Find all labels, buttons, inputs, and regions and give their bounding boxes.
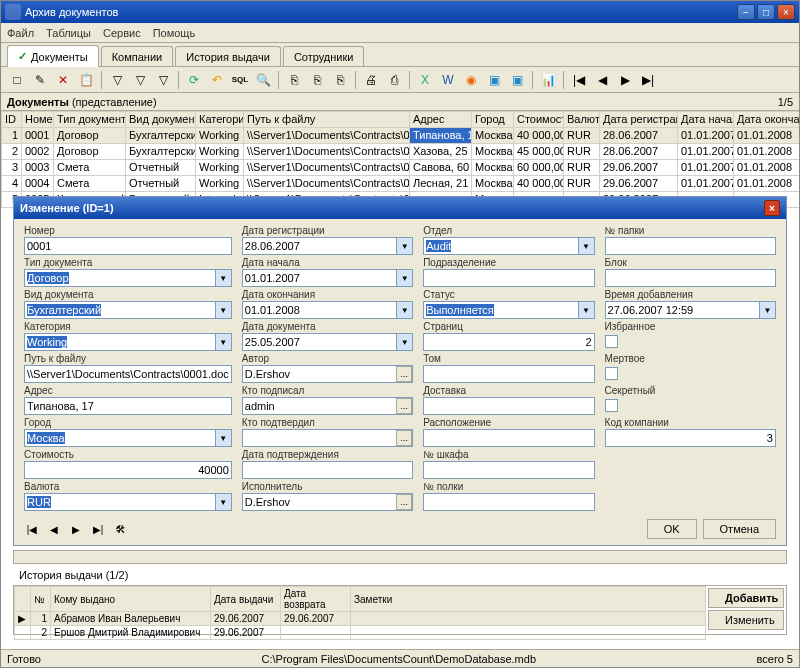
dreg-input[interactable]: 28.06.2007 [242,237,413,255]
first-icon[interactable]: |◀ [569,70,589,90]
dropdown-icon[interactable] [215,270,231,286]
html-icon[interactable]: ◉ [461,70,481,90]
cell[interactable]: RUR [564,128,600,144]
kateg-input[interactable]: Working [24,333,232,351]
filter-icon[interactable]: ▽ [107,70,127,90]
export-icon[interactable]: ▣ [484,70,504,90]
dropdown-icon[interactable] [396,238,412,254]
cell[interactable]: 40 000,00 [514,176,564,192]
cell[interactable]: 01.01.2007 [678,128,734,144]
cell[interactable]: 0003 [22,160,54,176]
cell[interactable]: 3 [2,160,22,176]
cell[interactable]: \\Server1\Documents\Contracts\0001.doc [244,128,410,144]
documents-grid[interactable]: IDНомерТип документаВид документаКатегор… [1,111,799,203]
browse-icon[interactable]: ... [396,398,412,414]
cell[interactable]: Москва [472,144,514,160]
nomer-input[interactable]: 0001 [24,237,232,255]
sub-cell[interactable]: Ершов Дмитрий Владимирович [51,626,211,640]
print-icon[interactable]: 🖨 [361,70,381,90]
cell[interactable]: RUR [564,160,600,176]
sub-cell[interactable] [351,626,706,640]
col-header[interactable]: Дата начала [678,112,734,128]
cell[interactable]: RUR [564,144,600,160]
col-header[interactable]: Дата окончания [734,112,800,128]
cell[interactable]: Working [196,160,244,176]
viddoc-input[interactable]: Бухгалтерский [24,301,232,319]
col-header[interactable]: Тип документа [54,112,126,128]
menu-help[interactable]: Помощь [153,27,196,39]
sub-col-header[interactable]: Заметки [351,587,706,612]
cell[interactable]: Отчетный [126,176,196,192]
tab-companies[interactable]: Компании [101,46,174,66]
cell[interactable]: 0004 [22,176,54,192]
dost-input[interactable] [423,397,594,415]
cell[interactable]: 2 [2,144,22,160]
dpod-input[interactable] [242,461,413,479]
sub-cell[interactable]: 2 [31,626,51,640]
sub-col-header[interactable]: № [31,587,51,612]
adres-input[interactable]: Типанова, 17 [24,397,232,415]
cell[interactable]: 28.06.2007 [600,128,678,144]
col-header[interactable]: Адрес [410,112,472,128]
cell[interactable]: \\Server1\Documents\Contracts\0002.doc [244,144,410,160]
cell[interactable]: RUR [564,176,600,192]
minimize-button[interactable]: − [737,4,755,20]
sub-cell[interactable]: 29.06.2007 [211,612,281,626]
close-button[interactable]: × [777,4,795,20]
preview-icon[interactable]: ⎙ [384,70,404,90]
col-header[interactable]: ID [2,112,22,128]
word-icon[interactable]: W [438,70,458,90]
tab-documents[interactable]: ✓Документы [7,45,99,67]
refresh-icon[interactable]: ⟳ [184,70,204,90]
search-icon[interactable]: 🔍 [253,70,273,90]
cell[interactable]: Москва [472,128,514,144]
export2-icon[interactable]: ▣ [507,70,527,90]
npapki-input[interactable] [605,237,776,255]
cell[interactable]: Working [196,176,244,192]
menu-service[interactable]: Сервис [103,27,141,39]
izbr-checkbox[interactable] [605,335,618,348]
prev-icon[interactable]: ◀ [592,70,612,90]
cell[interactable]: 29.06.2007 [600,160,678,176]
cell[interactable]: \\Server1\Documents\Contracts\0003.doc [244,160,410,176]
cell[interactable]: 28.06.2007 [600,144,678,160]
cell[interactable]: Договор [54,128,126,144]
tom-input[interactable] [423,365,594,383]
edit-icon[interactable]: ✎ [30,70,50,90]
menu-file[interactable]: Файл [7,27,34,39]
col-header[interactable]: Категория [196,112,244,128]
panel-last-icon[interactable]: ▶| [90,521,106,537]
cell[interactable]: 29.06.2007 [600,176,678,192]
vdob-input[interactable]: 27.06.2007 12:59 [605,301,776,319]
col-header[interactable]: Стоимость [514,112,564,128]
edit-button[interactable]: Изменить [708,610,784,630]
cell[interactable]: Working [196,128,244,144]
col-header[interactable]: Валюта [564,112,600,128]
status-input[interactable]: Выполняется [423,301,594,319]
cell[interactable]: Савова, 60 [410,160,472,176]
undo-icon[interactable]: ↶ [207,70,227,90]
col-header[interactable]: Путь к файлу [244,112,410,128]
sub-cell[interactable]: 1 [31,612,51,626]
excel-icon[interactable]: X [415,70,435,90]
paste-icon[interactable]: 📋 [76,70,96,90]
mert-checkbox[interactable] [605,367,618,380]
dropdown-icon[interactable] [396,270,412,286]
filter2-icon[interactable]: ▽ [130,70,150,90]
cell[interactable]: 01.01.2007 [678,160,734,176]
browse-icon[interactable]: ... [396,430,412,446]
sub-cell[interactable] [351,612,706,626]
copy-icon[interactable]: ⎘ [284,70,304,90]
copy3-icon[interactable]: ⎘ [330,70,350,90]
tab-employees[interactable]: Сотрудники [283,46,365,66]
cell[interactable]: 0002 [22,144,54,160]
cell[interactable]: Бухгалтерский [126,144,196,160]
sekr-checkbox[interactable] [605,399,618,412]
ktopod-input[interactable]: ... [242,429,413,447]
col-header[interactable]: Вид документа [126,112,196,128]
sub-col-header[interactable]: Кому выдано [51,587,211,612]
cell[interactable]: 1 [2,128,22,144]
browse-icon[interactable]: ... [396,494,412,510]
cell[interactable]: Договор [54,144,126,160]
panel-close-button[interactable]: × [764,200,780,216]
